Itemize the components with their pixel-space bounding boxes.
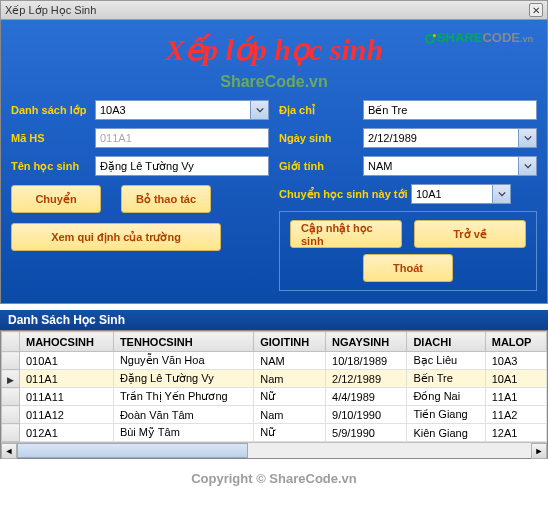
column-header[interactable]: NGAYSINH (326, 332, 407, 352)
watermark-center: ShareCode.vn (11, 73, 537, 91)
label-class-list: Danh sách lớp (11, 104, 95, 117)
close-icon[interactable]: ✕ (529, 3, 543, 17)
cell[interactable]: Nam (254, 370, 326, 388)
exit-button[interactable]: Thoát (363, 254, 453, 282)
window-title: Xếp Lớp Học Sinh (5, 4, 96, 17)
cell[interactable]: Đoàn Văn Tâm (113, 406, 253, 424)
row-header[interactable] (2, 352, 20, 370)
label-student-name: Tên học sinh (11, 160, 95, 173)
table-row[interactable]: 012A1Bùi Mỹ TâmNữ5/9/1990Kiên Giang12A1 (2, 424, 547, 442)
cell[interactable]: Đặng Lê Tường Vy (113, 370, 253, 388)
column-header[interactable]: MAHOCSINH (20, 332, 114, 352)
student-id-input (95, 128, 269, 148)
label-address: Địa chỉ (279, 104, 363, 117)
scroll-thumb[interactable] (17, 443, 248, 458)
label-birthday: Ngày sinh (279, 132, 363, 144)
cancel-button[interactable]: Bỏ thao tác (121, 185, 211, 213)
update-button[interactable]: Cập nhật học sinh (290, 220, 402, 248)
titlebar: Xếp Lớp Học Sinh ✕ (0, 0, 548, 20)
cell[interactable]: Nữ (254, 388, 326, 406)
cell[interactable]: Đồng Nai (407, 388, 485, 406)
view-rules-button[interactable]: Xem qui định của trường (11, 223, 221, 251)
scroll-right-icon[interactable]: ► (531, 443, 547, 459)
cell[interactable]: Tiền Giang (407, 406, 485, 424)
cell[interactable]: 9/10/1990 (326, 406, 407, 424)
column-header[interactable]: MALOP (485, 332, 546, 352)
birthday-value: 2/12/1989 (368, 132, 417, 144)
cell[interactable]: NAM (254, 352, 326, 370)
transfer-to-value: 10A1 (416, 188, 442, 200)
transfer-to-combo[interactable]: 10A1 (411, 184, 511, 204)
cell[interactable]: Nguyễn Văn Hoa (113, 352, 253, 370)
scroll-left-icon[interactable]: ◄ (1, 443, 17, 459)
cell[interactable]: 11A2 (485, 406, 546, 424)
watermark-logo: SHARECODE.vn (425, 30, 533, 45)
class-combo[interactable]: 10A3 (95, 100, 269, 120)
cell[interactable]: 012A1 (20, 424, 114, 442)
row-header[interactable] (2, 424, 20, 442)
cell[interactable]: Kiên Giang (407, 424, 485, 442)
cell[interactable]: Nữ (254, 424, 326, 442)
list-title: Danh Sách Học Sinh (0, 310, 548, 330)
class-combo-value: 10A3 (100, 104, 126, 116)
gender-combo[interactable]: NAM (363, 156, 537, 176)
student-grid[interactable]: MAHOCSINHTENHOCSINHGIOITINHNGAYSINHDIACH… (1, 331, 547, 442)
row-header[interactable]: ▶ (2, 370, 20, 388)
cell[interactable]: Bạc Liêu (407, 352, 485, 370)
cell[interactable]: Trần Thị Yến Phương (113, 388, 253, 406)
cell[interactable]: 5/9/1990 (326, 424, 407, 442)
label-transfer-to: Chuyển học sinh này tới (279, 188, 411, 201)
cell[interactable]: 011A12 (20, 406, 114, 424)
column-header[interactable]: DIACHI (407, 332, 485, 352)
birthday-picker[interactable]: 2/12/1989 (363, 128, 537, 148)
cell[interactable]: 011A11 (20, 388, 114, 406)
row-header[interactable] (2, 388, 20, 406)
cell[interactable]: 11A1 (485, 388, 546, 406)
student-name-input[interactable] (95, 156, 269, 176)
label-gender: Giới tính (279, 160, 363, 173)
cell[interactable]: 12A1 (485, 424, 546, 442)
chevron-down-icon[interactable] (518, 129, 536, 147)
chevron-down-icon[interactable] (492, 185, 510, 203)
row-header[interactable] (2, 406, 20, 424)
table-row[interactable]: 011A11Trần Thị Yến PhươngNữ4/4/1989Đồng … (2, 388, 547, 406)
grid-wrap: MAHOCSINHTENHOCSINHGIOITINHNGAYSINHDIACH… (0, 330, 548, 459)
table-row[interactable]: 010A1Nguyễn Văn HoaNAM10/18/1989Bạc Liêu… (2, 352, 547, 370)
cell[interactable]: 10A3 (485, 352, 546, 370)
chevron-down-icon[interactable] (518, 157, 536, 175)
cell[interactable]: 10A1 (485, 370, 546, 388)
back-button[interactable]: Trở về (414, 220, 526, 248)
cell[interactable]: 011A1 (20, 370, 114, 388)
scroll-track[interactable] (17, 443, 531, 458)
cell[interactable]: 010A1 (20, 352, 114, 370)
chevron-down-icon[interactable] (250, 101, 268, 119)
column-header[interactable]: GIOITINH (254, 332, 326, 352)
table-row[interactable]: ▶011A1Đặng Lê Tường VyNam2/12/1989Bến Tr… (2, 370, 547, 388)
cell[interactable]: 10/18/1989 (326, 352, 407, 370)
column-header[interactable]: TENHOCSINH (113, 332, 253, 352)
cell[interactable]: 4/4/1989 (326, 388, 407, 406)
cell[interactable]: Nam (254, 406, 326, 424)
copyright-watermark: Copyright © ShareCode.vn (0, 471, 548, 486)
gender-value: NAM (368, 160, 392, 172)
transfer-button[interactable]: Chuyển (11, 185, 101, 213)
table-row[interactable]: 011A12Đoàn Văn TâmNam9/10/1990Tiền Giang… (2, 406, 547, 424)
label-student-id: Mã HS (11, 132, 95, 144)
cell[interactable]: 2/12/1989 (326, 370, 407, 388)
horizontal-scrollbar[interactable]: ◄ ► (1, 442, 547, 458)
cell[interactable]: Bến Tre (407, 370, 485, 388)
main-panel: SHARECODE.vn Xếp lớp học sinh ShareCode.… (0, 20, 548, 304)
action-box: Cập nhật học sinh Trở về Thoát (279, 211, 537, 291)
address-input[interactable] (363, 100, 537, 120)
cell[interactable]: Bùi Mỹ Tâm (113, 424, 253, 442)
